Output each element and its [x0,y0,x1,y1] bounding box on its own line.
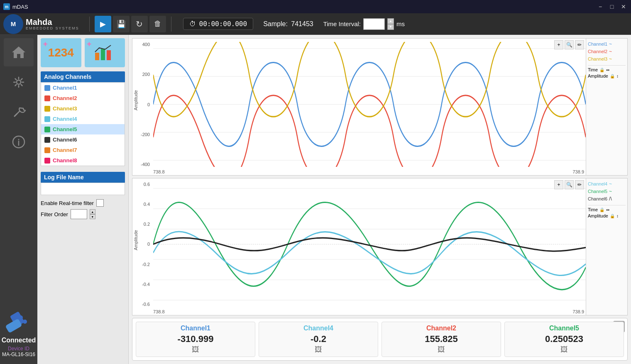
value-card-monitor-icon: 🖼 [509,345,619,354]
channel-item-channel8[interactable]: Channel8 [41,155,125,166]
chart2-x-right: 738.9 [572,309,584,314]
add-chart-button[interactable]: + [85,38,125,67]
save-button[interactable]: 💾 [113,16,130,32]
filter-checkbox[interactable] [96,199,104,207]
chart2-zoom-fit[interactable]: 🔍 [565,180,574,189]
play-button[interactable]: ▶ [95,16,111,32]
chart1-y-200: 200 [142,72,150,77]
sample-value: 741453 [291,20,313,27]
refresh-button[interactable]: ↻ [131,16,148,32]
channels-header: Analog Channels [41,71,125,82]
chart1-zoom-fit[interactable]: 🔍 [565,40,574,49]
time-interval-unit: ms [396,20,405,27]
chart2-y-06: 0.6 [144,182,150,187]
titlebar: m mDAS − □ ✕ [0,0,631,13]
channel-label: Channel1 [53,85,77,91]
sidebar-item-info[interactable] [4,128,34,156]
wrench-icon [11,105,26,120]
panel-icons: + 1234 + [41,38,125,67]
spin-down[interactable]: ▼ [387,24,394,30]
sidebar-item-settings[interactable] [4,68,34,96]
channel-item-channel1[interactable]: Channel1 [41,83,125,93]
chart2-legend-ch4-icon: ~ [609,181,612,187]
chart2-legend-ch6-label: Channel6 [588,196,607,201]
time-interval-area: Time Interval: 1 ▲ ▼ ms [323,18,405,30]
chart2-legend-ch5: Channel5 ~ [588,188,626,194]
channel-item-channel6[interactable]: Channel6 [41,134,125,145]
svg-point-5 [17,80,21,84]
chart1-y-400: 400 [142,42,150,47]
chart2-y-02n: -0.2 [142,262,150,267]
brand-name: Mahda [26,17,79,27]
gear-icon [11,75,26,90]
chart2-y-06n: -0.6 [142,302,150,307]
filter-order-spin-up[interactable]: ▲ [90,209,95,214]
svg-line-6 [15,114,17,116]
spin-up[interactable]: ▲ [387,18,394,24]
close-button[interactable]: ✕ [619,2,628,11]
svg-marker-4 [12,46,25,58]
value-card-channel5: Channel5 0.250523 🖼 [504,322,624,357]
chart2-zoom-in[interactable]: + [554,180,563,189]
toolbar-separator-2 [171,17,171,32]
value-card-monitor-icon: 🖼 [263,345,374,354]
delete-button[interactable]: 🗑 [149,16,166,32]
sidebar-item-tools[interactable] [4,98,34,126]
value-card-monitor-icon: 🖼 [140,345,251,354]
value-card-channel1: Channel1 -310.999 🖼 [136,322,255,357]
sample-label: Sample: [263,20,288,27]
maximize-button[interactable]: □ [608,2,616,11]
channel-color-icon [44,147,50,153]
chart2-legend-ch5-icon: ~ [609,188,612,194]
time-value: 00:00:00.000 [199,20,247,28]
chart2-inner: + 🔍 ✏ 0.6 0.4 0.2 0 -0.2 -0.4 -0.6 [132,178,627,315]
filter-order-input[interactable]: 3 [71,209,87,219]
channel-item-channel5[interactable]: Channel5 [41,124,125,134]
chart1-time-controls: ⇔ [606,68,609,72]
filter-label: Enable Real-time filter [41,200,94,206]
chart1-amp-controls: ↕ [616,74,619,78]
chart1-legend: Channel1 ~ Channel2 ~ Channel3 ~ [586,39,627,175]
chart2-time-label: Time [588,207,598,212]
channel-item-channel3[interactable]: Channel3 [41,103,125,114]
chart-icon [94,44,115,61]
svg-rect-16 [107,50,111,60]
chart1-zoom-in[interactable]: + [554,40,563,49]
chart1-x-right: 738.9 [572,169,584,174]
chart1-legend-ch2-label: Channel2 [588,49,607,54]
channel-color-icon [44,127,50,132]
chart1-pan[interactable]: ✏ [575,40,584,49]
value-card-channel4: Channel4 -0.2 🖼 [259,322,378,357]
sidebar-item-home[interactable] [4,38,34,66]
filter-order-spin-down[interactable]: ▼ [90,214,95,219]
charts-area: + 🔍 ✏ 400 200 0 -200 -400 [129,35,631,364]
device-id-value: MA-GL16-SI16 [2,352,36,357]
channel-item-channel2[interactable]: Channel2 [41,93,125,103]
brand-sub: EMBEDDED SYSTEMS [26,27,79,31]
chart1-legend-ch2: Channel2 ~ [588,49,626,54]
log-file-input[interactable] [41,183,125,195]
title-icon: m [3,3,10,10]
svg-rect-15 [101,49,105,60]
channel-item-channel4[interactable]: Channel4 [41,114,125,124]
chart1-container: + 🔍 ✏ 400 200 0 -200 -400 [132,38,628,176]
minimize-button[interactable]: − [596,2,604,11]
chart1-y-0: 0 [147,102,150,107]
chart2-svg [153,182,586,307]
toolbar: M Mahda EMBEDDED SYSTEMS ▶ 💾 ↻ 🗑 ⏱ 00:00… [0,13,631,35]
time-interval-input[interactable]: 1 [363,18,385,30]
chart1-lock-icon: 🔒 [599,68,604,72]
channel-item-channel7[interactable]: Channel7 [41,145,125,155]
chart2-container: + 🔍 ✏ 0.6 0.4 0.2 0 -0.2 -0.4 -0.6 [132,178,628,315]
info-icon [11,134,26,149]
chart2-y-axis-label: Amplitude [133,244,138,250]
chart1-legend-ch3-label: Channel3 [588,56,607,61]
connected-label: Connected [2,337,36,344]
chart2-legend-ch4-label: Channel4 [588,181,607,186]
chart2-lock-icon: 🔒 [599,208,604,212]
connection-status-area: Connected Device ID MA-GL16-SI16 [0,306,39,361]
clock-icon: ⏱ [189,20,196,28]
chart1-svg [153,42,586,167]
chart2-pan[interactable]: ✏ [575,180,584,189]
add-numeric-button[interactable]: + 1234 [41,38,81,67]
